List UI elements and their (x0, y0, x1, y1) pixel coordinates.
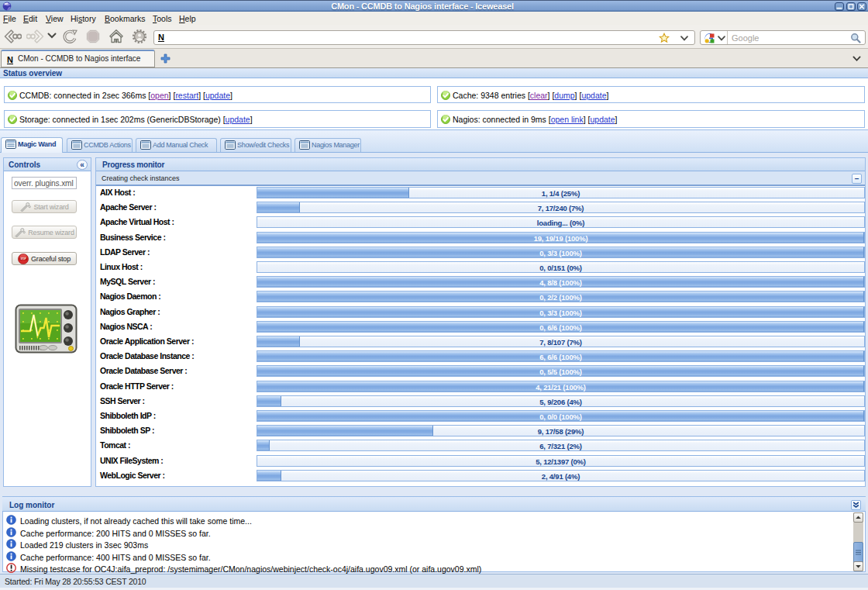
svg-text:STOP: STOP (21, 257, 26, 260)
